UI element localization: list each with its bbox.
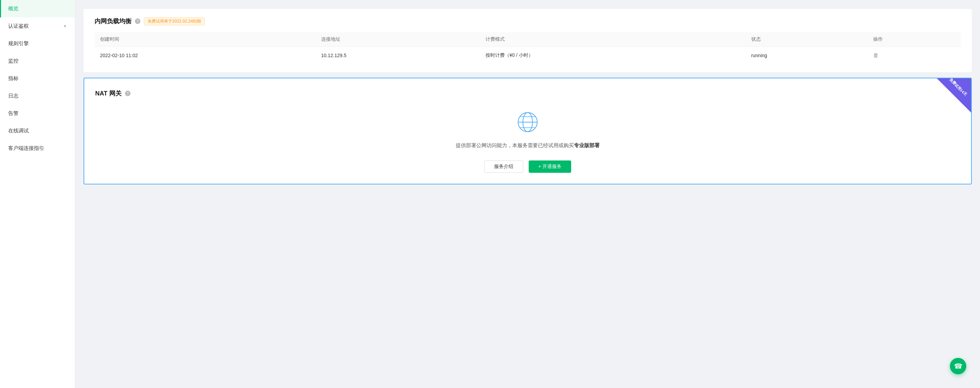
sidebar-item-label: 日志 [8,93,19,99]
service-intro-button[interactable]: 服务介绍 [484,160,523,173]
open-service-button[interactable]: + 开通服务 [529,160,571,173]
sidebar-item-label: 指标 [8,75,19,82]
sidebar-item-debug[interactable]: 在线调试 [0,122,75,139]
cell-address: 10.12.129.5 [316,47,480,64]
internal-lb-title: 内网负载均衡 [94,17,132,25]
nat-buttons-area: 服务介绍 + 开通服务 [95,160,960,173]
main-content: 内网负载均衡 ? 免费试用将于2022.02.24到期 创建时间 连接地址 计费… [75,0,980,388]
sidebar-item-label: 监控 [8,58,19,64]
nat-network-icon [517,111,539,133]
corner-badge-area: 免费试用14天 [937,78,971,112]
chevron-down-icon: ▼ [64,24,67,28]
col-status: 状态 [746,32,868,47]
nat-desc-strong: 专业版部署 [574,143,600,148]
sidebar-item-label: 在线调试 [8,128,29,134]
nat-description: 提供部署公网访问能力，本服务需要已经试用或购买专业版部署 [95,141,960,149]
col-create-time: 创建时间 [94,32,316,47]
sidebar-item-overview[interactable]: 概览 [0,0,75,17]
sidebar-item-label: 认证鉴权 [8,23,29,29]
internal-lb-title-row: 内网负载均衡 ? 免费试用将于2022.02.24到期 [94,17,961,25]
col-address: 连接地址 [316,32,480,47]
delete-icon[interactable]: 🗑 [873,52,879,58]
internal-lb-table: 创建时间 连接地址 计费模式 状态 操作 2022-02-10 11:02 10… [94,32,961,64]
internal-lb-card: 内网负载均衡 ? 免费试用将于2022.02.24到期 创建时间 连接地址 计费… [84,9,972,72]
content-area: 内网负载均衡 ? 免费试用将于2022.02.24到期 创建时间 连接地址 计费… [75,3,980,190]
cell-billing: 按时计费（¥0 / 小时） [480,47,746,64]
cell-action: 🗑 [868,47,961,64]
nat-help-icon[interactable]: ? [125,91,130,96]
nat-icon-area [95,111,960,133]
nat-gateway-card: 免费试用14天 NAT 网关 ? 提供部署公网访问能力，本服务需要已经试用或购买… [84,78,972,184]
sidebar-item-rules[interactable]: 规则引擎 [0,35,75,52]
sidebar-item-client-guide[interactable]: 客户端连接指引 [0,139,75,157]
cell-status: running [746,47,868,64]
corner-badge-text: 免费试用14天 [947,78,969,98]
sidebar-item-monitor[interactable]: 监控 [0,52,75,70]
sidebar-item-label: 客户端连接指引 [8,145,44,152]
sidebar: 概览 认证鉴权 ▼ 规则引擎 监控 指标 日志 告警 在线调试 客户端连接指引 [0,0,75,388]
sidebar-item-logs[interactable]: 日志 [0,87,75,105]
help-icon[interactable]: ? [135,19,140,24]
sidebar-item-auth[interactable]: 认证鉴权 ▼ [0,17,75,35]
nat-title-row: NAT 网关 ? [95,89,960,98]
floating-help-icon: ☎ [954,362,963,370]
sidebar-item-label: 规则引擎 [8,40,29,47]
sidebar-item-metrics[interactable]: 指标 [0,70,75,87]
nat-title: NAT 网关 [95,89,122,98]
table-header-row: 创建时间 连接地址 计费模式 状态 操作 [94,32,961,47]
top-spacer [75,0,980,3]
col-action: 操作 [868,32,961,47]
floating-help-button[interactable]: ☎ [950,358,966,374]
sidebar-item-label: 概览 [8,5,19,12]
col-billing: 计费模式 [480,32,746,47]
sidebar-item-label: 告警 [8,110,19,117]
table-row: 2022-02-10 11:02 10.12.129.5 按时计费（¥0 / 小… [94,47,961,64]
cell-create-time: 2022-02-10 11:02 [94,47,316,64]
trial-badge: 免费试用将于2022.02.24到期 [144,17,205,25]
sidebar-item-alerts[interactable]: 告警 [0,105,75,122]
